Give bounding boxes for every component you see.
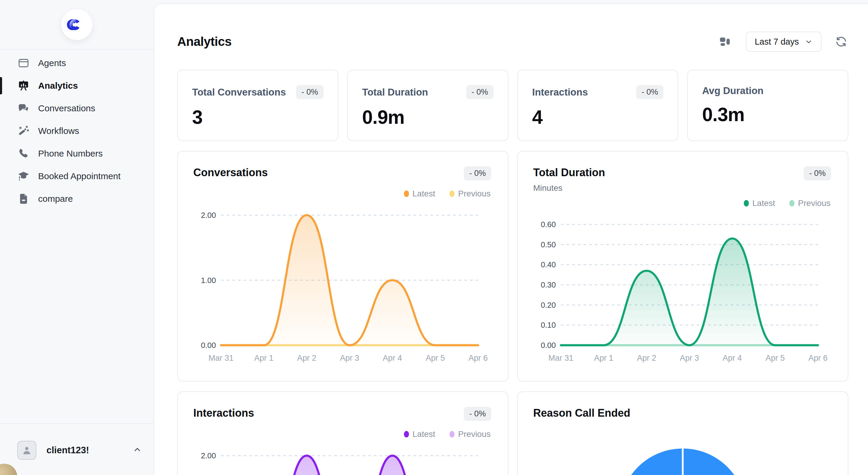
legend-dot-latest — [404, 431, 409, 438]
stat-change-badge: - 0% — [636, 85, 664, 99]
chevron-up-icon[interactable] — [133, 445, 142, 455]
sidebar-item-label: compare — [38, 194, 73, 204]
interactions-chart-card: Interactions - 0% Latest Previous 2.001.… — [177, 392, 508, 475]
reason-call-ended-card: Reason Call Ended — [517, 392, 848, 475]
sidebar-item-booked-appointment[interactable]: Booked Appointment — [0, 165, 154, 188]
sidebar-item-label: Phone Numbers — [38, 148, 103, 159]
analytics-presentation-icon — [17, 79, 30, 92]
stat-value: 0.9m — [362, 106, 494, 128]
total-duration-area-chart: 0.600.500.400.300.200.100.00Mar 31Apr 1A… — [518, 151, 848, 381]
svg-text:Apr 3: Apr 3 — [680, 353, 699, 363]
stat-value: 4 — [532, 106, 664, 128]
stat-label: Avg Duration — [702, 85, 764, 96]
page-title: Analytics — [177, 35, 231, 49]
svg-text:0.20: 0.20 — [540, 301, 556, 309]
sidebar: Agents Analytics — [0, 0, 154, 475]
legend-label: Previous — [798, 199, 831, 208]
stat-change-badge: - 0% — [466, 85, 494, 99]
legend-dot-latest — [404, 191, 409, 197]
chevron-down-icon — [805, 38, 813, 45]
stat-card-total-duration: Total Duration - 0% 0.9m — [347, 70, 508, 141]
layout-grid-icon[interactable] — [718, 34, 733, 49]
svg-text:Apr 4: Apr 4 — [723, 353, 742, 363]
sidebar-item-conversations[interactable]: Conversations — [0, 97, 154, 120]
refresh-icon[interactable] — [834, 35, 848, 49]
conversations-chart-card: Conversations - 0% Latest Previous 2.001… — [177, 151, 508, 381]
main-panel: Analytics Last 7 days — [154, 4, 868, 475]
page-header: Analytics Last 7 days — [154, 4, 868, 52]
analytics-dashboard: { "colors": { "logo_blue": "#2430D6", "a… — [0, 0, 868, 475]
svg-text:Apr 6: Apr 6 — [469, 353, 488, 363]
svg-text:Apr 1: Apr 1 — [254, 353, 274, 363]
stat-card-interactions: Interactions - 0% 4 — [518, 70, 679, 141]
legend-dot-previous — [450, 191, 455, 197]
stat-card-avg-duration: Avg Duration 0.3m — [687, 70, 848, 141]
svg-text:0.30: 0.30 — [540, 280, 556, 289]
file-icon — [17, 193, 30, 205]
stat-change-badge: - 0% — [296, 85, 323, 99]
svg-text:1.00: 1.00 — [201, 276, 216, 285]
svg-text:Apr 4: Apr 4 — [383, 353, 402, 363]
sidebar-divider — [0, 49, 154, 50]
svg-text:Mar 31: Mar 31 — [548, 353, 574, 363]
svg-text:0.50: 0.50 — [540, 240, 556, 249]
charts-row-2: Interactions - 0% Latest Previous 2.001.… — [177, 392, 848, 475]
date-range-label: Last 7 days — [755, 37, 799, 47]
legend-label: Latest — [412, 430, 435, 439]
total-duration-chart-card: Total Duration - 0% Minutes Latest Previ… — [517, 151, 848, 381]
logo-circle — [61, 9, 92, 40]
charts-row-1: Conversations - 0% Latest Previous 2.001… — [177, 151, 848, 381]
stat-label: Interactions — [532, 87, 588, 98]
stat-value: 3 — [192, 106, 323, 128]
svg-text:Mar 31: Mar 31 — [209, 353, 234, 363]
sidebar-item-workflows[interactable]: Workflows — [0, 120, 154, 142]
sidebar-item-label: Workflows — [38, 126, 79, 136]
header-controls: Last 7 days — [718, 32, 848, 52]
svg-text:Apr 2: Apr 2 — [637, 353, 656, 363]
donut-segment-divider — [682, 448, 684, 475]
phone-icon — [17, 147, 30, 160]
sidebar-item-agents[interactable]: Agents — [0, 52, 154, 74]
date-range-button[interactable]: Last 7 days — [746, 32, 822, 52]
legend-dot-previous — [789, 200, 795, 207]
sidebar-item-analytics[interactable]: Analytics — [0, 74, 154, 97]
legend-dot-previous — [450, 431, 455, 438]
svg-text:Apr 1: Apr 1 — [594, 353, 614, 363]
user-menu[interactable]: client123! — [17, 441, 142, 460]
chat-bubbles-icon — [17, 102, 30, 114]
conversations-area-chart: 2.001.000.00Mar 31Apr 1Apr 2Apr 3Apr 4Ap… — [178, 151, 508, 381]
logo-infinity-icon — [67, 19, 87, 31]
legend-label: Previous — [458, 430, 491, 439]
svg-text:0.00: 0.00 — [540, 341, 556, 350]
stat-label: Total Conversations — [192, 87, 286, 98]
chart-legend: Latest Previous — [404, 189, 491, 199]
chart-legend: Latest Previous — [744, 199, 831, 208]
svg-text:2.00: 2.00 — [201, 211, 216, 219]
user-name: client123! — [46, 445, 123, 456]
sidebar-item-label: Conversations — [38, 103, 95, 113]
legend-dot-latest — [744, 200, 749, 207]
app-logo[interactable] — [0, 0, 154, 49]
svg-text:2.00: 2.00 — [201, 451, 216, 460]
sidebar-nav: Agents Analytics — [0, 52, 154, 210]
sidebar-item-label: Analytics — [38, 81, 78, 91]
chart-title: Reason Call Ended — [533, 407, 630, 419]
svg-text:0.40: 0.40 — [540, 260, 556, 269]
stat-value: 0.3m — [702, 104, 833, 126]
magic-wand-icon — [17, 125, 30, 137]
corner-blob — [0, 464, 17, 475]
sidebar-item-phone-numbers[interactable]: Phone Numbers — [0, 142, 154, 165]
agents-window-icon — [17, 57, 30, 69]
sidebar-item-compare[interactable]: compare — [0, 188, 154, 210]
stat-card-total-conversations: Total Conversations - 0% 3 — [177, 70, 338, 141]
user-avatar-icon — [17, 441, 36, 460]
sidebar-item-label: Agents — [38, 58, 66, 68]
graduation-cap-icon — [17, 170, 30, 182]
legend-label: Latest — [412, 189, 435, 199]
stats-row: Total Conversations - 0% 3 Total Duratio… — [177, 70, 848, 141]
stat-label: Total Duration — [362, 87, 428, 98]
legend-label: Latest — [752, 199, 775, 208]
svg-text:Apr 3: Apr 3 — [340, 353, 359, 363]
svg-text:Apr 6: Apr 6 — [808, 353, 828, 363]
svg-text:Apr 5: Apr 5 — [426, 353, 445, 363]
